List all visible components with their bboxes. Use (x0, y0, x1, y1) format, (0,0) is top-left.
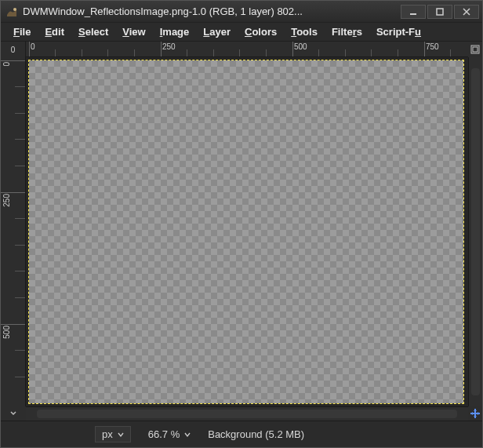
ruler-origin[interactable]: 0 (1, 42, 26, 57)
menu-select[interactable]: Select (74, 24, 113, 39)
svg-rect-1 (410, 13, 416, 15)
svg-rect-4 (473, 47, 478, 52)
menu-edit[interactable]: Edit (40, 24, 69, 39)
menu-colors[interactable]: Colors (240, 24, 281, 39)
zoom-selector[interactable]: 66.7 % (143, 427, 195, 442)
hruler-row: 0 0 250 500 750 (1, 42, 468, 57)
window-title: DWMWindow_ReflectionsImage.png-1.0 (RGB,… (23, 5, 399, 17)
gimp-image-window: DWMWindow_ReflectionsImage.png-1.0 (RGB,… (0, 0, 483, 448)
hscroll-row (1, 406, 468, 421)
menu-script-fu[interactable]: Script-Fu (372, 24, 426, 39)
navigation-button[interactable] (468, 406, 482, 421)
svg-point-0 (13, 8, 16, 11)
menu-file[interactable]: File (9, 24, 35, 39)
maximize-button[interactable] (427, 5, 452, 19)
zoom-fit-button[interactable] (468, 42, 482, 57)
minimize-button[interactable] (401, 5, 426, 19)
quick-mask-toggle[interactable] (1, 406, 26, 421)
vertical-scrollbar[interactable] (468, 57, 482, 406)
statusbar: px 66.7 % Background (5.2 MB) (1, 421, 482, 447)
menu-filters[interactable]: Filters (327, 24, 367, 39)
menu-view[interactable]: View (118, 24, 150, 39)
menu-image[interactable]: Image (155, 24, 194, 39)
close-button[interactable] (454, 5, 479, 19)
chevron-down-icon (118, 432, 124, 438)
unit-label: px (102, 428, 113, 440)
vertical-ruler[interactable]: 0 250 500 (1, 57, 26, 406)
canvas-viewport[interactable] (26, 57, 468, 406)
menu-tools[interactable]: Tools (286, 24, 322, 39)
menubar: File Edit Select View Image Layer Colors… (1, 23, 482, 42)
menu-layer[interactable]: Layer (198, 24, 235, 39)
status-message: Background (5.2 MB) (208, 428, 304, 440)
svg-rect-2 (437, 9, 443, 15)
titlebar[interactable]: DWMWindow_ReflectionsImage.png-1.0 (RGB,… (1, 1, 482, 23)
vruler-col: 0 250 500 (1, 57, 26, 406)
workarea: 0 0 250 500 750 0 (1, 42, 482, 421)
horizontal-ruler[interactable]: 0 250 500 750 (26, 42, 468, 57)
canvas-row: 0 250 500 (1, 57, 468, 406)
horizontal-scrollbar[interactable] (26, 406, 468, 421)
app-icon (5, 5, 18, 18)
zoom-value: 66.7 % (148, 428, 180, 440)
chevron-down-icon (184, 432, 191, 438)
canvas[interactable] (29, 60, 463, 403)
unit-selector[interactable]: px (95, 426, 131, 443)
